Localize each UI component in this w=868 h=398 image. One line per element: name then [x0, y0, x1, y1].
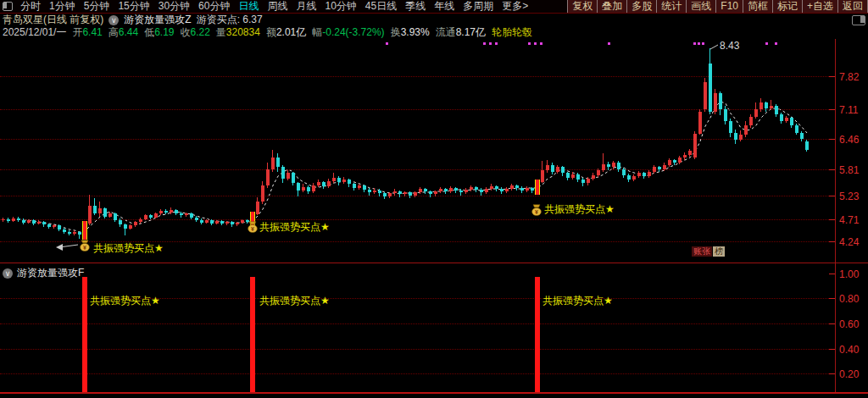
candle-body [139, 219, 142, 222]
svg-text:¥: ¥ [535, 209, 538, 215]
candle-body [556, 167, 559, 172]
candle-body [32, 220, 36, 224]
toolbar-button[interactable]: 画线 [686, 0, 715, 13]
period-tab[interactable]: 30分钟 [159, 0, 190, 14]
indicator-gridline [0, 373, 834, 374]
period-tab[interactable]: 周线 [267, 0, 287, 14]
period-tab[interactable]: 45日线 [365, 0, 397, 14]
period-tab[interactable]: 季线 [405, 0, 426, 14]
candle-body [144, 215, 147, 219]
period-tab[interactable]: 多周期 [463, 0, 493, 14]
event-badge[interactable]: 账张 [692, 246, 712, 257]
indicator-axis-tick [829, 298, 835, 299]
candle-body [312, 185, 315, 191]
candle-body [663, 165, 666, 169]
candle-body [561, 167, 565, 173]
candle-body [47, 224, 51, 227]
candle-body [526, 188, 529, 191]
candle-body [200, 220, 203, 223]
candle-body [576, 174, 580, 180]
subchart-indicator-name[interactable]: 游资放量强攻F [17, 266, 84, 280]
period-tab[interactable]: 15分钟 [118, 0, 149, 14]
candle-body [42, 222, 46, 224]
toolbar-button[interactable]: F10 [715, 0, 743, 13]
period-tab[interactable]: 5分钟 [84, 0, 110, 14]
candle-body [434, 191, 437, 194]
candle-body [749, 117, 753, 125]
price-axis-tick [829, 169, 835, 170]
toolbar-button[interactable]: 多股 [626, 0, 656, 13]
period-tab[interactable]: 更多> [502, 0, 528, 14]
candle-body [643, 173, 646, 176]
price-axis-tick [829, 109, 835, 110]
panel-layout-icon[interactable] [852, 15, 865, 25]
indicator-axis-label: 0.80 [839, 293, 859, 305]
candle-body [770, 106, 773, 108]
candlestick-chart[interactable]: 8.43 7.827.116.465.815.234.714.24¥¥¥共振强势… [0, 39, 868, 263]
candle-body [490, 186, 493, 189]
chevron-down-icon[interactable]: ∨ [108, 15, 119, 25]
candle-body [414, 192, 417, 196]
event-mark-dot [534, 42, 537, 45]
candle-body [607, 164, 610, 167]
quote-field: 高6.44 [108, 25, 138, 40]
candle-body [459, 191, 463, 192]
toolbar-button[interactable]: +自选 [802, 0, 837, 13]
toolbar-button[interactable]: 返回 [837, 0, 868, 13]
candle-body [485, 189, 488, 192]
event-mark-dot [693, 42, 696, 45]
period-tab[interactable]: 分时 [20, 0, 41, 14]
candle-body [327, 181, 331, 186]
candle-body [353, 184, 356, 188]
candle-body [236, 223, 239, 224]
candle-body [124, 224, 127, 229]
price-axis-tick [829, 241, 835, 242]
toolbar-button[interactable]: 标记 [772, 0, 802, 13]
period-tabs: 分时1分钟5分钟15分钟30分钟60分钟日线周线月线10分钟45日线季线年线多周… [16, 0, 532, 14]
candle-body [658, 167, 661, 169]
candle-body [800, 133, 804, 139]
indicator-subchart[interactable]: ∨ 游资放量强攻F 1.000.800.600.400.20共振强势买点★共振强… [0, 263, 868, 393]
period-tab[interactable]: 日线 [238, 0, 259, 14]
event-mark-dot [765, 42, 768, 45]
price-axis-tick [829, 139, 835, 140]
indicator-axis-label: 1.00 [839, 268, 859, 280]
candle-body [241, 220, 244, 223]
quote-field: 流通8.17亿 [436, 25, 486, 40]
candle-body [332, 178, 336, 181]
candle-body [719, 93, 722, 109]
period-tab[interactable]: 10分钟 [325, 0, 356, 14]
candle-body [566, 173, 570, 178]
toolbar-buttons: 复权叠加多股统计画线F10简框标记+自选返回 [567, 0, 868, 13]
sector-label[interactable]: 轮胎轮毂 [492, 25, 532, 40]
peak-price-annotation: 8.43 [720, 40, 739, 52]
candle-body [515, 185, 519, 188]
period-tab[interactable]: 月线 [296, 0, 316, 14]
indicator-axis-tick [829, 323, 835, 324]
period-tab[interactable]: 1分钟 [49, 0, 75, 14]
buy-signal-label: 共振强势买点★ [259, 220, 330, 235]
candle-body [403, 192, 407, 194]
candle-body [88, 206, 92, 224]
period-tab[interactable]: 60分钟 [198, 0, 230, 14]
buy-signal-label: 共振强势买点★ [90, 294, 160, 308]
candle-body [363, 185, 366, 190]
chevron-down-icon[interactable]: ∨ [3, 268, 13, 279]
layout-icon[interactable] [3, 2, 13, 11]
toolbar-button[interactable]: 复权 [567, 0, 597, 13]
candle-body [261, 185, 264, 202]
toolbar-button[interactable]: 简框 [743, 0, 772, 13]
candle-body [734, 133, 737, 140]
period-tab[interactable]: 年线 [434, 0, 454, 14]
candle-body [439, 189, 442, 191]
quote-field: 额2.01亿 [266, 25, 306, 40]
event-badge[interactable]: 榜 [713, 246, 725, 257]
toolbar-button[interactable]: 叠加 [597, 0, 626, 13]
candle-body [348, 180, 351, 184]
svg-text:¥: ¥ [251, 226, 254, 232]
signal-bar [82, 277, 87, 393]
price-axis-label: 6.46 [839, 134, 859, 146]
toolbar-button[interactable]: 统计 [656, 0, 686, 13]
event-mark-dot [698, 42, 700, 45]
candle-body [622, 169, 626, 175]
